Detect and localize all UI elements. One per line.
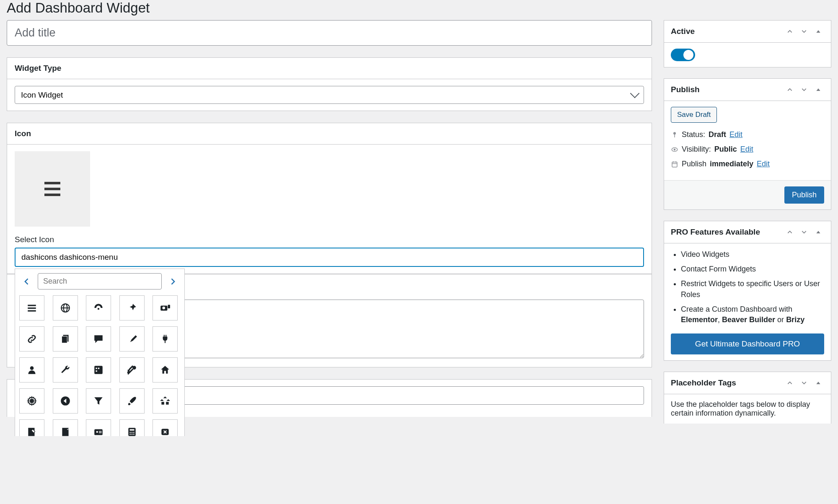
active-down-button[interactable] <box>798 26 810 37</box>
triangle-up-icon <box>815 87 821 93</box>
svg-point-28 <box>129 432 131 433</box>
icon-option-plug[interactable] <box>153 326 178 352</box>
picker-next-button[interactable] <box>165 274 180 289</box>
placeholder-up-button[interactable] <box>784 377 796 389</box>
icon-option-wrench[interactable] <box>53 357 78 383</box>
svg-point-18 <box>31 400 34 403</box>
icon-box: Icon Select Icon <box>7 123 652 274</box>
menu-icon <box>44 182 60 196</box>
placeholder-title: Placeholder Tags <box>671 378 736 388</box>
pro-collapse-button[interactable] <box>812 226 824 238</box>
active-toggle-button[interactable] <box>812 26 824 37</box>
chevron-right-icon <box>168 277 177 286</box>
save-draft-button[interactable]: Save Draft <box>671 107 717 123</box>
eye-icon <box>671 146 678 153</box>
icon-option-dismiss[interactable] <box>153 419 178 436</box>
placeholder-down-button[interactable] <box>798 377 810 389</box>
svg-rect-0 <box>28 305 36 306</box>
icon-option-comment[interactable] <box>86 326 111 352</box>
svg-rect-39 <box>672 162 677 167</box>
icon-option-key[interactable] <box>119 357 145 383</box>
active-toggle[interactable] <box>671 49 695 61</box>
icon-header: Icon <box>15 129 644 138</box>
icon-option-page[interactable] <box>53 326 78 352</box>
icon-option-camera[interactable] <box>153 295 178 320</box>
triangle-up-icon <box>815 28 821 34</box>
widget-type-select[interactable]: Icon Widget <box>15 86 644 104</box>
pro-features-box: PRO Features Available Video Widgets Con… <box>664 221 831 361</box>
icon-option-paintbrush[interactable] <box>119 388 145 414</box>
status-label: Status: <box>682 130 705 139</box>
svg-rect-36 <box>674 134 675 137</box>
picker-prev-button[interactable] <box>19 274 34 289</box>
svg-point-29 <box>131 432 132 433</box>
icon-option-gear[interactable] <box>19 388 44 414</box>
list-item: Restrict Widgets to specific Users or Us… <box>681 279 824 300</box>
publish-button[interactable]: Publish <box>784 186 824 204</box>
svg-rect-22 <box>94 429 103 435</box>
title-input[interactable] <box>7 20 652 46</box>
icon-option-multisite[interactable] <box>153 388 178 414</box>
icon-option-link[interactable] <box>19 326 44 352</box>
icon-option-settings-grid[interactable] <box>86 357 111 383</box>
publish-schedule-edit-link[interactable]: Edit <box>757 160 770 168</box>
svg-point-30 <box>133 432 134 433</box>
svg-rect-14 <box>96 368 97 369</box>
svg-rect-11 <box>62 336 67 343</box>
status-edit-link[interactable]: Edit <box>729 130 742 139</box>
svg-rect-25 <box>99 432 102 433</box>
svg-rect-27 <box>129 429 134 431</box>
list-item: Contact Form Widgets <box>681 264 824 274</box>
icon-option-globe[interactable] <box>53 295 78 320</box>
icon-option-pin[interactable] <box>119 295 145 320</box>
icon-preview <box>15 151 90 227</box>
svg-point-35 <box>673 132 676 134</box>
icon-option-calculator[interactable] <box>119 419 145 436</box>
svg-rect-16 <box>96 370 97 372</box>
list-item: Create a Custom Dashboard with Elementor… <box>681 304 824 325</box>
svg-point-23 <box>96 431 98 433</box>
chevron-down-icon <box>801 87 807 93</box>
publish-down-button[interactable] <box>798 84 810 96</box>
get-pro-button[interactable]: Get Ultimate Dashboard PRO <box>671 333 824 354</box>
icon-option-id-card[interactable] <box>86 419 111 436</box>
chevron-up-icon <box>787 87 793 93</box>
icon-option-brush[interactable] <box>119 326 145 352</box>
icon-option-user[interactable] <box>19 357 44 383</box>
triangle-up-icon <box>815 380 821 386</box>
visibility-edit-link[interactable]: Edit <box>740 145 753 154</box>
placeholder-collapse-button[interactable] <box>812 377 824 389</box>
pro-down-button[interactable] <box>798 226 810 238</box>
svg-rect-2 <box>28 310 36 311</box>
pro-up-button[interactable] <box>784 226 796 238</box>
svg-point-8 <box>163 307 166 310</box>
publish-schedule-value: immediately <box>710 160 753 168</box>
placeholder-desc: Use the placeholder tags below to displa… <box>671 400 824 418</box>
active-up-button[interactable] <box>784 26 796 37</box>
pro-title: PRO Features Available <box>671 227 760 237</box>
icon-option-new-page[interactable] <box>53 419 78 436</box>
calendar-icon <box>671 160 678 168</box>
pin-icon <box>671 131 678 139</box>
pro-feature-list: Video Widgets Contact Form Widgets Restr… <box>671 249 824 325</box>
publish-box: Publish Save Draft Status: Draft Edit <box>664 78 831 210</box>
icon-select-input[interactable] <box>15 248 644 267</box>
publish-up-button[interactable] <box>784 84 796 96</box>
placeholder-tags-box: Placeholder Tags Use the placeholder tag… <box>664 372 831 424</box>
chevron-up-icon <box>787 28 793 34</box>
visibility-value: Public <box>714 145 737 154</box>
publish-collapse-button[interactable] <box>812 84 824 96</box>
icon-option-dashboard[interactable] <box>86 295 111 320</box>
svg-point-32 <box>131 434 132 435</box>
icon-option-home[interactable] <box>153 357 178 383</box>
icon-option-menu[interactable] <box>19 295 44 320</box>
icon-option-back[interactable] <box>53 388 78 414</box>
icon-option-filter[interactable] <box>86 388 111 414</box>
icon-option-write[interactable] <box>19 419 44 436</box>
page-title: Add Dashboard Widget <box>7 0 831 16</box>
visibility-label: Visibility: <box>682 145 711 154</box>
icon-search-input[interactable] <box>38 273 162 289</box>
svg-rect-1 <box>28 308 36 309</box>
active-box: Active <box>664 20 831 67</box>
svg-point-33 <box>133 434 134 435</box>
